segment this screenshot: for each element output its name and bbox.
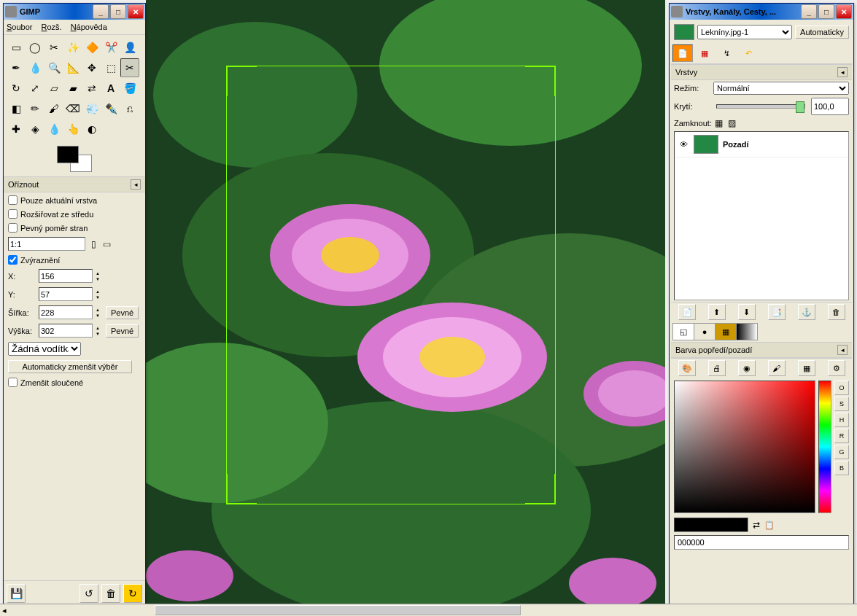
shear-tool[interactable]: ▱: [44, 79, 63, 98]
delete-options-icon[interactable]: 🗑: [101, 584, 120, 603]
guides-select[interactable]: Žádná vodítka: [8, 342, 81, 356]
clone-tool[interactable]: ⎌: [120, 99, 139, 118]
blur-tool[interactable]: 💧: [44, 120, 63, 139]
flip-tool[interactable]: ⇄: [82, 79, 101, 98]
brush-tab[interactable]: ●: [694, 323, 716, 340]
text-tool[interactable]: A: [101, 79, 120, 98]
mode-select[interactable]: Normální: [713, 82, 849, 95]
palette-icon[interactable]: ▦: [798, 360, 815, 376]
scrollbar-thumb[interactable]: [155, 605, 521, 615]
image-select[interactable]: Lekníny.jpg-1: [697, 25, 792, 39]
dodge-tool[interactable]: ◐: [82, 120, 101, 139]
fg-select-tool[interactable]: 👤: [120, 38, 139, 57]
auto-shrink-button[interactable]: Automaticky zmenšit výběr: [8, 360, 132, 373]
airbrush-tool[interactable]: 💨: [82, 99, 101, 118]
gimp-picker-icon[interactable]: 🎨: [678, 360, 696, 376]
paintbrush-tool[interactable]: 🖌: [44, 99, 63, 118]
hex-input[interactable]: [674, 535, 849, 550]
gradient-tab[interactable]: [736, 323, 758, 340]
align-tool[interactable]: ⬚: [101, 58, 120, 77]
lock-alpha-icon[interactable]: ▨: [726, 118, 737, 128]
scales-icon[interactable]: ⚙: [828, 360, 845, 376]
zoom-tool[interactable]: 🔍: [44, 58, 63, 77]
fgbg-tab[interactable]: ◱: [672, 323, 694, 340]
hue-bar[interactable]: [818, 381, 831, 513]
swap-icon[interactable]: ⇄: [751, 520, 761, 530]
ratio-input[interactable]: [8, 237, 85, 251]
paths-tab[interactable]: ↯: [716, 44, 737, 62]
pencil-tool[interactable]: ✏: [26, 99, 44, 118]
auto-button[interactable]: Automaticky: [795, 26, 849, 39]
g-button[interactable]: G: [834, 445, 849, 459]
layers-titlebar[interactable]: Vrstvy, Kanály, Cesty, ... _ □ ✕: [670, 4, 853, 20]
perspective-tool[interactable]: ▰: [63, 79, 82, 98]
free-select-tool[interactable]: ✂: [44, 38, 63, 57]
lock-pixels-icon[interactable]: ▦: [713, 118, 724, 128]
scissors-tool[interactable]: ✂️: [101, 38, 120, 57]
opt-fixed-ratio[interactable]: Pevný poměr stran: [8, 223, 141, 233]
crop-x-input[interactable]: [39, 269, 93, 283]
smudge-tool[interactable]: 👆: [63, 120, 82, 139]
menu-help[interactable]: Nápověda: [71, 23, 107, 31]
duplicate-layer-button[interactable]: 📑: [768, 304, 786, 320]
blend-tool[interactable]: ◧: [7, 99, 26, 118]
save-options-icon[interactable]: 💾: [7, 584, 26, 603]
current-color-swatch[interactable]: [674, 518, 748, 532]
maximize-button[interactable]: □: [818, 4, 834, 19]
new-layer-button[interactable]: 📄: [678, 304, 696, 320]
ink-tool[interactable]: ✒️: [101, 99, 120, 118]
r-button[interactable]: R: [834, 429, 849, 443]
pattern-tab[interactable]: ▦: [715, 323, 737, 340]
h-button[interactable]: H: [834, 413, 849, 427]
maximize-button[interactable]: □: [110, 4, 126, 19]
landscape-icon[interactable]: ▭: [101, 239, 112, 249]
paths-tool[interactable]: ✒: [7, 58, 26, 77]
measure-tool[interactable]: 📐: [63, 58, 82, 77]
crop-w-input[interactable]: [39, 305, 93, 319]
perspective-clone-tool[interactable]: ◈: [26, 120, 44, 139]
restore-options-icon[interactable]: ↺: [80, 584, 98, 603]
add-to-palette-button[interactable]: 📋: [764, 521, 808, 530]
scroll-left-icon[interactable]: ◂: [0, 606, 9, 615]
move-tool[interactable]: ✥: [82, 58, 101, 77]
portrait-icon[interactable]: ▯: [88, 239, 98, 249]
toolbox-titlebar[interactable]: GIMP _ □ ✕: [4, 4, 145, 20]
rect-select-tool[interactable]: ▭: [7, 38, 26, 57]
close-button[interactable]: ✕: [836, 4, 852, 19]
layer-list[interactable]: 👁 Pozadí: [674, 131, 849, 300]
rotate-tool[interactable]: ↻: [7, 79, 26, 98]
channels-tab[interactable]: ▦: [694, 44, 715, 62]
horizontal-scrollbar[interactable]: ◂: [0, 604, 857, 616]
crop-tool[interactable]: ✂: [120, 58, 139, 77]
fixed-h-button[interactable]: Pevné: [106, 324, 139, 338]
eraser-tool[interactable]: ⌫: [63, 99, 82, 118]
reset-options-icon[interactable]: ↻: [123, 584, 142, 603]
opt-highlight[interactable]: Zvýraznění: [8, 255, 141, 265]
b-button[interactable]: B: [834, 461, 849, 475]
watercolor-icon[interactable]: ◉: [738, 360, 756, 376]
opacity-slider[interactable]: [716, 104, 805, 109]
color-area[interactable]: [674, 381, 815, 513]
collapse-icon[interactable]: ◂: [131, 179, 141, 190]
menu-ext[interactable]: Rozš.: [41, 23, 61, 31]
bucket-tool[interactable]: 🪣: [120, 79, 139, 98]
opt-from-center[interactable]: Rozšiřovat ze středu: [8, 209, 141, 219]
heal-tool[interactable]: ✚: [7, 120, 26, 139]
delete-layer-button[interactable]: 🗑: [828, 304, 845, 320]
anchor-layer-button[interactable]: ⚓: [798, 304, 815, 320]
crop-h-input[interactable]: [39, 324, 93, 338]
fixed-w-button[interactable]: Pevné: [106, 306, 139, 319]
layer-item[interactable]: 👁 Pozadí: [675, 132, 848, 157]
triangle-icon[interactable]: 🖌: [768, 360, 786, 376]
fuzzy-select-tool[interactable]: ✨: [63, 38, 82, 57]
minimize-button[interactable]: _: [93, 4, 109, 19]
close-button[interactable]: ✕: [128, 4, 144, 19]
undo-tab[interactable]: ↶: [738, 44, 759, 62]
minimize-button[interactable]: _: [801, 4, 817, 19]
opt-current-layer[interactable]: Pouze aktuální vrstva: [8, 195, 141, 205]
o-button[interactable]: O: [834, 381, 849, 395]
visibility-icon[interactable]: 👁: [678, 140, 689, 149]
crop-y-input[interactable]: [39, 287, 93, 301]
fg-color[interactable]: [57, 146, 79, 163]
ellipse-select-tool[interactable]: ◯: [26, 38, 44, 57]
